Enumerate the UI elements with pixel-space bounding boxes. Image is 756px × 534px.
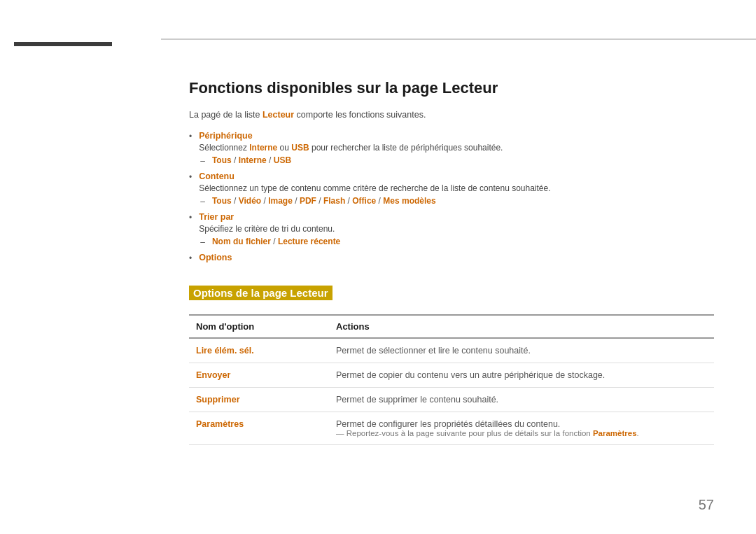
bullet-dot-3: • <box>189 213 192 223</box>
sep2: / <box>267 155 274 165</box>
bullet-title-peripherique: Périphérique <box>199 131 714 141</box>
opt-desc-parametres: Permet de configurer les propriétés déta… <box>329 412 714 445</box>
table-row-lire: Lire élém. sél. Permet de sélectionner e… <box>189 338 714 363</box>
bullet-desc-peripherique: Sélectionnez Interne ou USB pour recherc… <box>199 143 714 153</box>
bullet-content-1: Périphérique Sélectionnez Interne ou USB… <box>199 131 714 166</box>
page-title: Fonctions disponibles sur la page Lecteu… <box>189 79 714 97</box>
parametres-main-desc: Permet de configurer les propriétés déta… <box>336 419 707 429</box>
intro-paragraph: La pagé de la liste Lecteur comporte les… <box>189 110 714 120</box>
table-row-envoyer: Envoyer Permet de copier du contenu vers… <box>189 363 714 388</box>
link-pdf: PDF <box>300 196 316 206</box>
bullet-title-options: Options <box>199 253 714 262</box>
link-nom-fichier: Nom du fichier <box>212 237 271 246</box>
sub-links-trier: Nom du fichier / Lecture récente <box>212 237 340 246</box>
link-interne: Interne <box>239 155 267 165</box>
bullet-desc-contenu: Sélectionnez un type de contenu comme cr… <box>199 183 714 193</box>
options-table: Nom d'option Actions Lire élém. sél. Per… <box>189 314 714 445</box>
opt-desc-lire: Permet de sélectionner et lire le conten… <box>329 338 714 363</box>
sub-item-contenu: – Tous / Vidéo / Image / PDF / Flash / O… <box>200 196 714 206</box>
sep1: / <box>232 155 239 165</box>
sub-item-trier: – Nom du fichier / Lecture récente <box>200 237 714 247</box>
section2-highlight: Options de la page Lecteur <box>189 286 332 300</box>
sub-links-contenu: Tous / Vidéo / Image / PDF / Flash / Off… <box>212 196 436 206</box>
bullet-title-contenu: Contenu <box>199 171 714 181</box>
intro-keyword: Lecteur <box>262 110 294 120</box>
table-row-parametres: Paramètres Permet de configurer les prop… <box>189 412 714 445</box>
link-tous-peripherique: Tous <box>212 155 232 165</box>
page-number: 57 <box>699 497 714 513</box>
bullet-title-trier: Trier par <box>199 212 714 222</box>
link-tous-contenu: Tous <box>212 196 232 206</box>
bullet-options: • Options <box>189 253 714 265</box>
intro-text-after: comporte les fonctions suivantes. <box>294 110 426 120</box>
col-header-option: Nom d'option <box>189 315 329 338</box>
bullet-desc-trier: Spécifiez le critère de tri du contenu. <box>199 224 714 234</box>
section2-title: Options de la page Lecteur <box>193 287 328 299</box>
intro-text-before: La pagé de la liste <box>189 110 262 120</box>
main-content: Fonctions disponibles sur la page Lecteu… <box>161 38 756 534</box>
sidebar <box>0 0 161 534</box>
opt-name-envoyer: Envoyer <box>189 363 329 388</box>
sub-item-peripherique: – Tous / Interne / USB <box>200 155 714 166</box>
parametres-note-keyword: Paramètres <box>593 429 637 437</box>
parametres-note: ― Reportez-vous à la page suivante pour … <box>336 429 707 437</box>
link-office: Office <box>352 196 376 206</box>
sub-dash-2: – <box>200 197 205 206</box>
bullet-dot-4: • <box>189 253 192 263</box>
bullet-contenu: • Contenu Sélectionnez un type de conten… <box>189 171 714 206</box>
link-flash: Flash <box>323 196 345 206</box>
link-video: Vidéo <box>239 196 261 206</box>
col-header-actions: Actions <box>329 315 714 338</box>
link-lecture-recente: Lecture récente <box>278 237 340 246</box>
table-row-supprimer: Supprimer Permet de supprimer le contenu… <box>189 388 714 412</box>
opt-name-parametres: Paramètres <box>189 412 329 445</box>
bullet-content-2: Contenu Sélectionnez un type de contenu … <box>199 171 714 206</box>
bullet-peripherique: • Périphérique Sélectionnez Interne ou U… <box>189 131 714 166</box>
sub-dash-3: – <box>200 237 205 247</box>
bullet-content-4: Options <box>199 253 714 265</box>
table-header-row: Nom d'option Actions <box>189 315 714 338</box>
bullet-content-3: Trier par Spécifiez le critère de tri du… <box>199 212 714 247</box>
bullet-dot-2: • <box>189 172 192 182</box>
opt-name-supprimer: Supprimer <box>189 388 329 412</box>
opt-desc-envoyer: Permet de copier du contenu vers un autr… <box>329 363 714 388</box>
sidebar-decoration-bar <box>14 42 112 46</box>
bullet-trier: • Trier par Spécifiez le critère de tri … <box>189 212 714 247</box>
sub-links-peripherique: Tous / Interne / USB <box>212 155 291 165</box>
link-mes-modeles: Mes modèles <box>383 196 435 206</box>
opt-desc-supprimer: Permet de supprimer le contenu souhaité. <box>329 388 714 412</box>
sub-dash-1: – <box>200 156 205 166</box>
link-image: Image <box>268 196 293 206</box>
opt-name-lire: Lire élém. sél. <box>189 338 329 363</box>
link-usb: USB <box>274 155 291 165</box>
bullet-dot-1: • <box>189 132 192 141</box>
